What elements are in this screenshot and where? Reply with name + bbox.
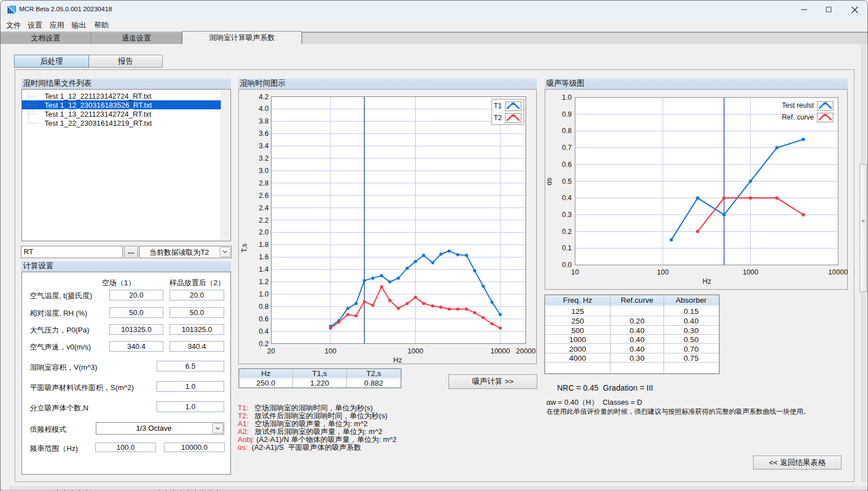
svg-text:1.2: 1.2: [259, 278, 269, 286]
svg-text:0.0: 0.0: [562, 261, 572, 269]
svg-text:100: 100: [324, 347, 336, 355]
svg-text:T2: T2: [493, 114, 502, 122]
svg-text:0.3: 0.3: [562, 211, 572, 219]
svg-text:4.0: 4.0: [259, 105, 269, 113]
svg-text:Test reulst: Test reulst: [782, 101, 814, 109]
svg-text:Hz: Hz: [393, 356, 402, 364]
svg-text:3.4: 3.4: [259, 142, 269, 150]
svg-text:0.6: 0.6: [259, 315, 269, 323]
svg-text:1.8: 1.8: [259, 241, 269, 249]
svg-text:1.6: 1.6: [259, 253, 269, 261]
svg-text:20: 20: [268, 347, 275, 355]
svg-text:0.5: 0.5: [562, 178, 572, 185]
svg-text:1.0: 1.0: [259, 290, 269, 298]
svg-text:3.0: 3.0: [259, 167, 269, 175]
svg-text:10000: 10000: [829, 268, 848, 276]
svg-text:100: 100: [657, 268, 669, 276]
svg-text:0.8: 0.8: [562, 127, 572, 135]
svg-text:Ref. curve: Ref. curve: [782, 113, 814, 121]
svg-text:1000: 1000: [742, 268, 758, 276]
svg-text:1.0: 1.0: [562, 94, 572, 101]
svg-text:3.6: 3.6: [259, 130, 269, 138]
svg-text:20000: 20000: [516, 347, 536, 355]
svg-text:2.4: 2.4: [259, 204, 269, 212]
svg-text:2.8: 2.8: [259, 179, 269, 187]
svg-text:10000: 10000: [491, 347, 510, 355]
svg-text:4.2: 4.2: [259, 93, 269, 101]
svg-text:2.6: 2.6: [259, 192, 269, 200]
svg-text:Hz: Hz: [702, 277, 711, 285]
svg-text:0.7: 0.7: [562, 144, 572, 152]
svg-text:10: 10: [571, 268, 579, 276]
svg-text:T1: T1: [493, 102, 502, 110]
svg-text:0.4: 0.4: [562, 194, 572, 202]
svg-text:0.2: 0.2: [562, 228, 572, 236]
svg-text:3.8: 3.8: [259, 117, 269, 125]
svg-text:0.1: 0.1: [562, 244, 572, 252]
svg-text:0.8: 0.8: [259, 303, 269, 311]
svg-text:2.0: 2.0: [259, 228, 269, 236]
svg-text:T,s: T,s: [241, 244, 248, 253]
svg-text:3.2: 3.2: [259, 154, 269, 162]
svg-text:0.6: 0.6: [562, 161, 572, 169]
svg-text:0.2: 0.2: [259, 340, 269, 348]
svg-text:0.4: 0.4: [259, 328, 269, 335]
svg-text:2.2: 2.2: [259, 216, 269, 224]
svg-text:1.4: 1.4: [259, 266, 269, 273]
svg-text:αs: αs: [545, 178, 553, 185]
svg-text:0.9: 0.9: [562, 110, 572, 118]
svg-text:1000: 1000: [408, 347, 424, 355]
